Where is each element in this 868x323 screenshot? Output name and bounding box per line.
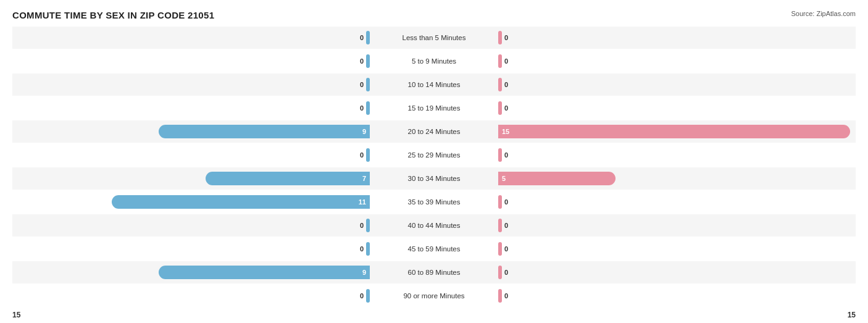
female-value: 0 [502,198,511,206]
source-label: Source: ZipAtlas.com [791,10,856,17]
female-bar: 15 [498,125,850,138]
bar-label: Less than 5 Minutes [372,34,496,41]
male-value: 0 [357,292,366,300]
male-zero-dot [366,242,370,256]
right-section: 0 [496,54,856,68]
axis-min: 15 [12,311,20,319]
bar-label: 20 to 24 Minutes [372,128,496,135]
male-value: 0 [357,222,366,229]
right-section: 0 [496,219,856,232]
male-zero-dot [366,78,370,91]
axis-max: 15 [848,311,856,319]
bar-row: 0 90 or more Minutes 0 [12,285,856,307]
male-value: 0 [357,34,366,41]
bar-label: 45 to 59 Minutes [372,245,496,253]
axis-labels: 15 15 [12,308,856,322]
male-value: 0 [357,104,366,112]
bar-row: 0 10 to 14 Minutes 0 [12,73,856,96]
right-section: 0 [496,148,856,162]
bar-row: 0 Less than 5 Minutes 0 [12,27,856,49]
male-value: 11 [359,198,366,206]
bar-label: 40 to 44 Minutes [372,222,496,229]
male-value: 0 [357,245,366,253]
left-section: 9 [12,266,372,279]
male-zero-dot [366,289,370,303]
bar-row: 9 20 to 24 Minutes 15 [12,120,856,143]
bar-row: 0 5 to 9 Minutes 0 [12,50,856,72]
left-section: 11 [12,195,372,209]
right-section: 15 [496,125,856,138]
left-section: 0 [12,78,372,91]
female-value: 0 [502,151,511,159]
bar-label: 25 to 29 Minutes [372,151,496,159]
left-section: 0 [12,242,372,256]
male-value: 7 [362,175,366,182]
male-zero-dot [366,54,370,68]
female-value: 0 [502,245,511,253]
chart-title: COMMUTE TIME BY SEX IN ZIP CODE 21051 [12,10,214,20]
bar-label: 15 to 19 Minutes [372,104,496,112]
male-zero-dot [366,31,370,44]
male-bar: 9 [159,125,370,138]
left-section: 0 [12,219,372,232]
female-value: 0 [502,57,511,65]
left-section: 0 [12,31,372,44]
right-section: 0 [496,289,856,303]
female-value: 0 [502,292,511,300]
bar-row: 0 25 to 29 Minutes 0 [12,144,856,166]
right-section: 0 [496,195,856,209]
bar-row: 0 15 to 19 Minutes 0 [12,97,856,119]
right-section: 5 [496,172,856,185]
bar-label: 60 to 89 Minutes [372,269,496,276]
chart-area: 0 Less than 5 Minutes 0 0 5 to 9 Minutes… [12,27,856,307]
female-value: 15 [502,128,509,135]
left-section: 0 [12,148,372,162]
chart-container: COMMUTE TIME BY SEX IN ZIP CODE 21051 So… [12,10,856,323]
bar-row: 9 60 to 89 Minutes 0 [12,261,856,283]
male-bar: 9 [159,266,370,279]
male-value: 0 [357,81,366,88]
right-section: 0 [496,266,856,279]
male-zero-dot [366,219,370,232]
male-value: 0 [357,151,366,159]
male-value: 0 [357,57,366,65]
female-value: 5 [502,175,506,182]
bar-label: 5 to 9 Minutes [372,57,496,65]
male-bar: 11 [112,195,370,209]
left-section: 9 [12,125,372,138]
female-value: 0 [502,222,511,229]
bar-row: 0 40 to 44 Minutes 0 [12,214,856,237]
bar-label: 30 to 34 Minutes [372,175,496,182]
bar-row: 0 45 to 59 Minutes 0 [12,238,856,260]
female-bar: 5 [498,172,616,185]
left-section: 0 [12,54,372,68]
bar-row: 11 35 to 39 Minutes 0 [12,191,856,213]
female-value: 0 [502,81,511,88]
male-zero-dot [366,148,370,162]
right-section: 0 [496,242,856,256]
female-value: 0 [502,104,511,112]
male-value: 9 [362,269,366,276]
chart-header: COMMUTE TIME BY SEX IN ZIP CODE 21051 So… [12,10,856,20]
bar-label: 35 to 39 Minutes [372,198,496,206]
bar-label: 90 or more Minutes [372,292,496,300]
right-section: 0 [496,31,856,44]
right-section: 0 [496,78,856,91]
bar-row: 7 30 to 34 Minutes 5 [12,167,856,190]
left-section: 0 [12,101,372,115]
bar-label: 10 to 14 Minutes [372,81,496,88]
male-bar: 7 [206,172,370,185]
female-value: 0 [502,34,511,41]
left-section: 7 [12,172,372,185]
female-value: 0 [502,269,511,276]
left-section: 0 [12,289,372,303]
male-value: 9 [362,128,366,135]
right-section: 0 [496,101,856,115]
male-zero-dot [366,101,370,115]
